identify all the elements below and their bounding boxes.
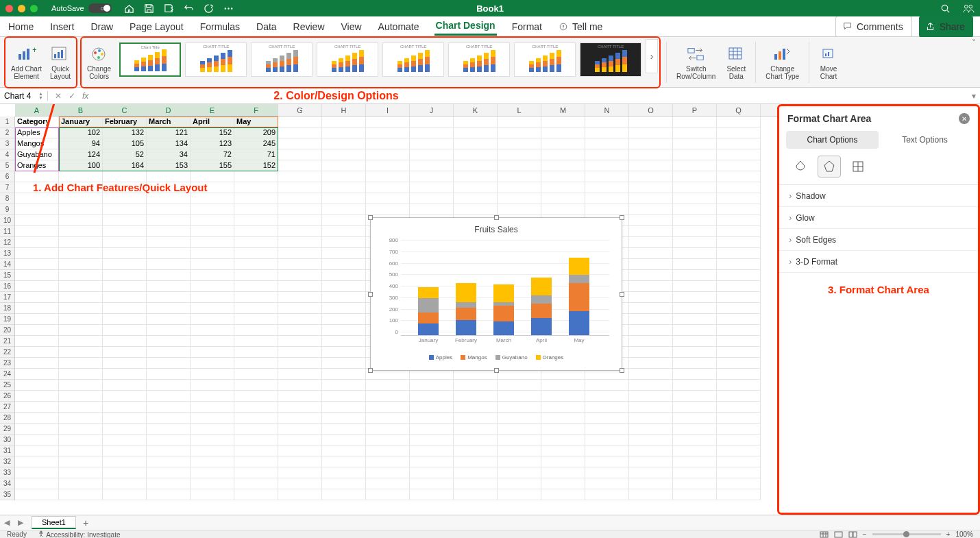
cell[interactable] bbox=[498, 435, 541, 445]
cell[interactable] bbox=[15, 456, 59, 467]
cell[interactable] bbox=[191, 303, 234, 314]
cell[interactable] bbox=[59, 467, 103, 478]
cell[interactable] bbox=[103, 347, 147, 358]
cell[interactable] bbox=[410, 456, 454, 467]
cell[interactable] bbox=[59, 489, 103, 500]
cell[interactable] bbox=[717, 369, 761, 380]
row-header[interactable]: 33 bbox=[0, 467, 14, 478]
cell[interactable] bbox=[59, 424, 103, 435]
cell[interactable] bbox=[366, 445, 410, 456]
cell[interactable] bbox=[366, 380, 410, 391]
cell[interactable]: 134 bbox=[147, 138, 191, 149]
cell[interactable] bbox=[234, 182, 278, 193]
cell[interactable] bbox=[191, 358, 234, 369]
cell[interactable] bbox=[191, 171, 234, 182]
cell[interactable] bbox=[629, 467, 673, 478]
cell[interactable] bbox=[59, 391, 103, 402]
cell[interactable] bbox=[15, 281, 59, 292]
cell[interactable] bbox=[673, 303, 717, 314]
cell[interactable] bbox=[366, 182, 410, 193]
cell[interactable] bbox=[103, 325, 147, 336]
cell[interactable] bbox=[322, 193, 366, 204]
cell[interactable] bbox=[717, 456, 761, 467]
cell[interactable] bbox=[322, 270, 366, 281]
cell[interactable] bbox=[498, 489, 541, 500]
row-header[interactable]: 9 bbox=[0, 204, 14, 215]
cell[interactable] bbox=[673, 347, 717, 358]
cell[interactable] bbox=[147, 325, 191, 336]
cell[interactable] bbox=[585, 193, 629, 204]
redo-icon[interactable] bbox=[204, 3, 214, 14]
tab-draw[interactable]: Draw bbox=[89, 19, 114, 35]
cell[interactable] bbox=[541, 380, 585, 391]
chart-style-thumb[interactable]: CHART TITLE bbox=[317, 42, 378, 77]
cell[interactable] bbox=[191, 248, 234, 259]
chart-resize-handle[interactable] bbox=[368, 215, 373, 220]
cell[interactable] bbox=[103, 358, 147, 369]
cell[interactable] bbox=[59, 478, 103, 489]
cell[interactable] bbox=[673, 193, 717, 204]
cell[interactable] bbox=[410, 171, 454, 182]
cell[interactable] bbox=[366, 138, 410, 149]
chart-resize-handle[interactable] bbox=[620, 292, 624, 297]
cell[interactable] bbox=[322, 117, 366, 127]
cell[interactable] bbox=[585, 127, 629, 138]
cell[interactable] bbox=[278, 435, 322, 445]
cell[interactable] bbox=[366, 478, 410, 489]
cell[interactable] bbox=[278, 248, 322, 259]
cell[interactable] bbox=[15, 347, 59, 358]
cell[interactable] bbox=[234, 435, 278, 445]
cell[interactable] bbox=[629, 391, 673, 402]
format-section-3-d-format[interactable]: 3-D Format bbox=[779, 251, 978, 273]
cell[interactable] bbox=[585, 182, 629, 193]
format-section-glow[interactable]: Glow bbox=[779, 207, 978, 229]
cell[interactable] bbox=[103, 281, 147, 292]
cell[interactable] bbox=[454, 478, 498, 489]
cell[interactable] bbox=[629, 171, 673, 182]
cell[interactable] bbox=[673, 489, 717, 500]
cell[interactable] bbox=[673, 314, 717, 325]
cell[interactable] bbox=[147, 204, 191, 215]
row-header[interactable]: 23 bbox=[0, 358, 14, 369]
cell[interactable] bbox=[15, 292, 59, 303]
row-header[interactable]: 30 bbox=[0, 435, 14, 445]
cell[interactable] bbox=[366, 171, 410, 182]
column-header[interactable]: P bbox=[673, 104, 717, 116]
cell[interactable] bbox=[585, 149, 629, 160]
cell[interactable] bbox=[322, 204, 366, 215]
view-page-break-icon[interactable] bbox=[848, 531, 857, 538]
cell[interactable] bbox=[454, 445, 498, 456]
row-header[interactable]: 7 bbox=[0, 182, 14, 193]
cell[interactable] bbox=[59, 369, 103, 380]
cell[interactable] bbox=[234, 193, 278, 204]
cell[interactable] bbox=[717, 204, 761, 215]
cell[interactable] bbox=[585, 204, 629, 215]
cell[interactable] bbox=[59, 237, 103, 248]
cell[interactable] bbox=[278, 303, 322, 314]
row-header[interactable]: 34 bbox=[0, 478, 14, 489]
row-header[interactable]: 29 bbox=[0, 424, 14, 435]
cell[interactable] bbox=[541, 160, 585, 171]
cell[interactable] bbox=[673, 391, 717, 402]
cell[interactable] bbox=[278, 204, 322, 215]
chart-bar[interactable] bbox=[418, 287, 439, 335]
cell[interactable] bbox=[629, 358, 673, 369]
cell[interactable] bbox=[278, 270, 322, 281]
chart-options-tab[interactable]: Chart Options bbox=[786, 131, 879, 149]
column-header[interactable]: D bbox=[147, 104, 191, 116]
cell[interactable] bbox=[629, 325, 673, 336]
change-chart-type-button[interactable]: Change Chart Type bbox=[761, 39, 803, 86]
row-header[interactable]: 12 bbox=[0, 237, 14, 248]
cell[interactable] bbox=[322, 489, 366, 500]
cell[interactable]: 121 bbox=[147, 127, 191, 138]
cell[interactable] bbox=[103, 391, 147, 402]
cell[interactable] bbox=[147, 226, 191, 237]
cell[interactable] bbox=[322, 160, 366, 171]
cell[interactable] bbox=[498, 467, 541, 478]
cell[interactable] bbox=[234, 171, 278, 182]
cell[interactable] bbox=[673, 215, 717, 226]
cell[interactable] bbox=[366, 149, 410, 160]
cell[interactable] bbox=[191, 215, 234, 226]
cell[interactable] bbox=[454, 435, 498, 445]
close-icon[interactable] bbox=[5, 5, 13, 12]
